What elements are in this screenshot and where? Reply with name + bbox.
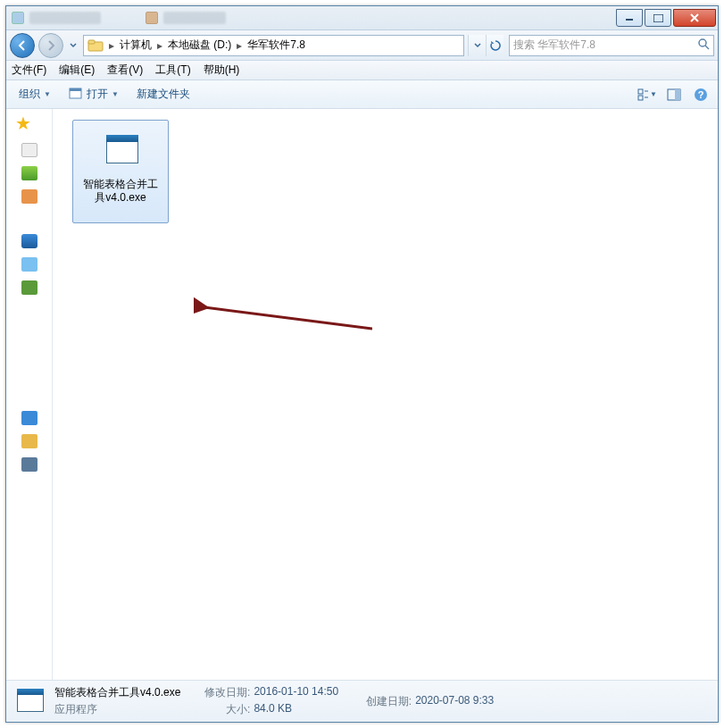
open-label: 打开 <box>87 87 108 102</box>
back-arrow-icon <box>16 39 29 52</box>
svg-point-4 <box>699 39 706 46</box>
svg-rect-3 <box>88 40 95 44</box>
breadcrumb-sep: ▸ <box>107 39 116 52</box>
nav-history-dropdown[interactable] <box>67 43 79 48</box>
minimize-icon <box>625 14 634 21</box>
organize-button[interactable]: 组织 ▼ <box>13 84 56 105</box>
created-value: 2020-07-08 9:33 <box>415 694 494 709</box>
details-pane: 智能表格合并工具v4.0.exe 应用程序 修改日期: 2016-01-10 1… <box>6 680 718 722</box>
svg-line-13 <box>204 307 372 329</box>
close-button[interactable] <box>673 9 716 27</box>
maximize-icon <box>653 14 663 22</box>
exe-icon <box>101 131 140 171</box>
sidebar-item-drive2[interactable] <box>21 280 37 295</box>
sidebar-item-folder[interactable] <box>21 434 37 448</box>
folder-icon <box>87 38 104 53</box>
sidebar-item-computer[interactable] <box>21 234 37 248</box>
help-button[interactable]: ? <box>691 85 711 105</box>
sidebar-item-network[interactable] <box>21 411 37 425</box>
details-file-icon <box>13 685 46 717</box>
taskbar-icon-2 <box>146 12 158 24</box>
svg-rect-1 <box>653 14 663 22</box>
chevron-down-icon: ▼ <box>44 90 51 98</box>
close-icon <box>689 13 700 22</box>
sidebar-item-recent[interactable] <box>21 189 37 204</box>
sidebar-item-desktop[interactable] <box>21 143 37 157</box>
back-button[interactable] <box>10 33 35 58</box>
organize-label: 组织 <box>19 87 40 102</box>
details-filetype: 应用程序 <box>54 702 180 717</box>
preview-pane-button[interactable] <box>664 85 684 105</box>
refresh-icon <box>490 40 501 51</box>
navbar: ▸ 计算机 ▸ 本地磁盘 (D:) ▸ 华军软件7.8 搜索 华军软件7.8 <box>6 30 718 61</box>
open-button[interactable]: 打开 ▼ <box>63 84 124 105</box>
sidebar: ★ <box>6 109 53 680</box>
chevron-down-icon: ▼ <box>650 90 657 98</box>
forward-arrow-icon <box>45 39 57 52</box>
svg-rect-10 <box>675 89 680 100</box>
taskbar-icon-1 <box>12 12 24 24</box>
svg-text:?: ? <box>698 89 704 100</box>
search-icon <box>697 38 710 53</box>
forward-button[interactable] <box>38 33 63 58</box>
size-label: 大小: <box>196 702 250 717</box>
search-box[interactable]: 搜索 华军软件7.8 <box>509 35 714 56</box>
svg-rect-0 <box>626 19 633 21</box>
breadcrumb-folder[interactable]: 华军软件7.8 <box>244 38 309 53</box>
svg-rect-6 <box>70 88 81 91</box>
file-item-exe[interactable]: 智能表格合并工具v4.0.exe <box>72 120 169 223</box>
view-options-button[interactable]: ▼ <box>637 85 657 105</box>
titlebar <box>6 6 718 30</box>
explorer-window: ▸ 计算机 ▸ 本地磁盘 (D:) ▸ 华军软件7.8 搜索 华军软件7.8 文… <box>5 5 719 723</box>
breadcrumb-drive[interactable]: 本地磁盘 (D:) <box>164 38 235 53</box>
svg-rect-7 <box>638 89 643 94</box>
svg-rect-8 <box>638 96 643 100</box>
breadcrumb-sep: ▸ <box>235 39 244 52</box>
address-dropdown[interactable] <box>468 35 486 56</box>
breadcrumb-computer[interactable]: 计算机 <box>116 38 155 53</box>
size-value: 84.0 KB <box>254 702 292 717</box>
preview-icon <box>667 88 681 101</box>
search-placeholder: 搜索 华军软件7.8 <box>513 38 595 53</box>
open-icon <box>69 87 83 102</box>
modified-label: 修改日期: <box>196 685 250 700</box>
created-label: 创建日期: <box>358 694 412 709</box>
file-list[interactable]: 智能表格合并工具v4.0.exe <box>53 109 718 680</box>
new-folder-label: 新建文件夹 <box>137 87 190 102</box>
view-icon <box>637 88 648 101</box>
annotation-arrow <box>194 291 372 336</box>
sidebar-item-drive[interactable] <box>21 257 37 272</box>
menu-tools[interactable]: 工具(T) <box>154 61 192 79</box>
sidebar-item-other[interactable] <box>21 457 37 472</box>
menu-help[interactable]: 帮助(H) <box>202 61 242 79</box>
file-label: 智能表格合并工具v4.0.exe <box>81 178 160 205</box>
address-drop-buttons <box>468 35 503 56</box>
menu-edit[interactable]: 编辑(E) <box>57 61 96 79</box>
help-icon: ? <box>694 88 708 102</box>
window-buttons <box>616 9 718 27</box>
titlebar-left <box>12 12 226 24</box>
toolbar: 组织 ▼ 打开 ▼ 新建文件夹 ▼ ? <box>6 80 718 109</box>
address-bar[interactable]: ▸ 计算机 ▸ 本地磁盘 (D:) ▸ 华军软件7.8 <box>83 35 464 56</box>
menu-file[interactable]: 文件(F) <box>10 61 48 79</box>
chevron-down-icon <box>474 43 481 48</box>
sidebar-item-downloads[interactable] <box>21 166 37 180</box>
menu-view[interactable]: 查看(V) <box>105 61 145 79</box>
menubar: 文件(F) 编辑(E) 查看(V) 工具(T) 帮助(H) <box>6 61 718 80</box>
favorites-icon[interactable]: ★ <box>15 113 31 134</box>
minimize-button[interactable] <box>616 9 643 27</box>
details-filename: 智能表格合并工具v4.0.exe <box>54 685 180 700</box>
blurred-title-1 <box>29 12 101 24</box>
main-area: ★ 智能表格合并工具v4.0.exe <box>6 109 718 680</box>
new-folder-button[interactable]: 新建文件夹 <box>131 84 196 105</box>
modified-value: 2016-01-10 14:50 <box>254 685 338 700</box>
blurred-title-2 <box>163 12 226 24</box>
refresh-button[interactable] <box>486 35 503 56</box>
breadcrumb-sep: ▸ <box>155 39 164 52</box>
maximize-button[interactable] <box>645 9 671 27</box>
chevron-down-icon <box>70 43 77 48</box>
chevron-down-icon: ▼ <box>112 90 119 98</box>
